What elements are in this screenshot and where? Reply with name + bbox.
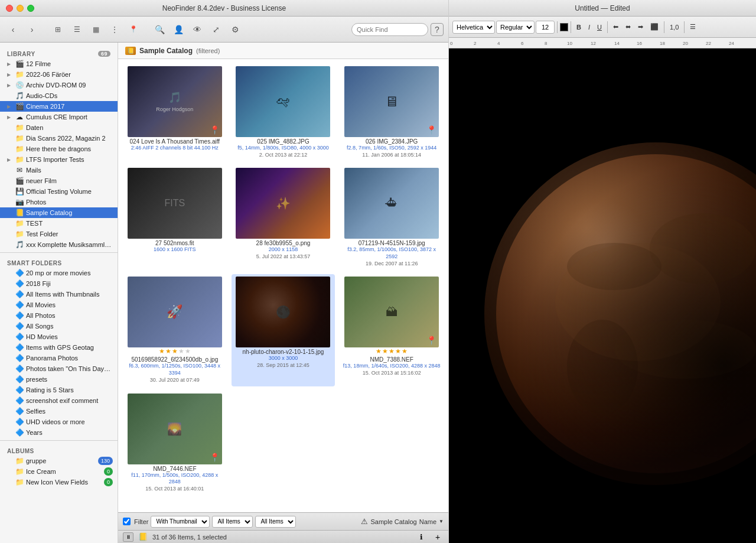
pause-button[interactable]: ⏸ bbox=[123, 532, 133, 542]
sidebar-item-screenshot-exif[interactable]: ▶ 🔷 screenshot exif comment bbox=[0, 395, 118, 406]
align-left-button[interactable]: ⬅ bbox=[610, 21, 621, 34]
smart-folder-icon: 🔷 bbox=[15, 343, 24, 352]
smart-folder-icon: 🔷 bbox=[15, 396, 24, 405]
fullscreen-button[interactable]: ⤢ bbox=[208, 22, 224, 37]
with-thumbnail-select[interactable]: With Thumbnail bbox=[151, 516, 210, 528]
sidebar-item-xxx-musik[interactable]: ▶ 🎵 xxx Komplette Musiksammlung bbox=[0, 239, 118, 250]
sidebar-item-2022-faroer[interactable]: ▶ 📁 2022-06 Färöer bbox=[0, 69, 118, 80]
sidebar-item-dragons[interactable]: ▶ 📁 Here there be dragons bbox=[0, 144, 118, 154]
sidebar-item-mails[interactable]: ▶ ✉ Mails bbox=[0, 165, 118, 175]
pin-icon-1: 📍 bbox=[210, 125, 220, 135]
eye-button[interactable]: 👁 bbox=[189, 22, 206, 37]
detail-view-button[interactable]: ▦ bbox=[87, 22, 104, 37]
sidebar-item-selfies[interactable]: ▶ 🔷 Selfies bbox=[0, 406, 118, 417]
sidebar-item-official-testing[interactable]: ▶ 💾 Official Testing Volume bbox=[0, 186, 118, 197]
editor-content[interactable] bbox=[449, 48, 756, 543]
add-button[interactable]: + bbox=[432, 532, 444, 542]
settings-button[interactable]: ⚙ bbox=[227, 22, 243, 37]
people-button[interactable]: 👤 bbox=[170, 22, 187, 37]
font-style-select[interactable]: Regular bbox=[496, 21, 535, 34]
sidebar-item-years[interactable]: ▶ 🔷 Years bbox=[0, 427, 118, 438]
sidebar-item-dia-scans[interactable]: ▶ 📁 Dia Scans 2022, Magazin 2 bbox=[0, 133, 118, 144]
sidebar-item-photos[interactable]: ▶ 📷 Photos bbox=[0, 197, 118, 207]
meta1-6: f3.2, 85mm, 1/1000s, ISO100, 3872 x 2592 bbox=[342, 246, 441, 260]
filter-checkbox[interactable] bbox=[123, 518, 131, 525]
map-view-button[interactable]: 📍 bbox=[125, 22, 142, 37]
sidebar-item-gruppe[interactable]: ▶ 📁 gruppe 130 bbox=[0, 456, 118, 466]
meta2-2: 2. Oct 2013 at 22:12 bbox=[259, 152, 308, 159]
catalog-name-bottom: Sample Catalog bbox=[370, 518, 416, 525]
color-swatch[interactable] bbox=[560, 23, 568, 31]
sort-arrow: ▼ bbox=[439, 519, 444, 524]
sidebar-item-rating-5-stars[interactable]: ▶ 🔷 Rating is 5 Stars bbox=[0, 385, 118, 395]
italic-button[interactable]: I bbox=[585, 21, 593, 34]
grid-item-5[interactable]: ✨ 28 fe30b9955_o.png 2000 x 1158 5. Jul … bbox=[232, 165, 335, 269]
smart-folder-icon: 🔷 bbox=[15, 407, 24, 415]
all-items-select-2[interactable]: All Items bbox=[255, 516, 296, 528]
align-right-button[interactable]: ➡ bbox=[635, 21, 646, 34]
forward-button[interactable]: › bbox=[24, 22, 40, 37]
smart-folder-icon: 🔷 bbox=[15, 386, 24, 394]
bold-button[interactable]: B bbox=[573, 21, 584, 34]
font-name-select[interactable]: Helvetica bbox=[452, 21, 495, 34]
column-view-button[interactable]: ⋮ bbox=[106, 22, 123, 37]
line-spacing-button[interactable]: 1,0 bbox=[667, 21, 682, 34]
sidebar-item-all-songs[interactable]: ▶ 🔷 All Songs bbox=[0, 321, 118, 331]
sidebar-item-cinema-2017[interactable]: ▶ 🎬 Cinema 2017 bbox=[0, 101, 118, 112]
back-button[interactable]: ‹ bbox=[5, 22, 21, 37]
sidebar-item-uhd-videos[interactable]: ▶ 🔷 UHD videos or more bbox=[0, 417, 118, 427]
sidebar-item-sample-catalog[interactable]: ▶ 📒 Sample Catalog bbox=[0, 207, 118, 218]
sidebar-item-20mp-movies[interactable]: ▶ 🔷 20 mp or more movies bbox=[0, 268, 118, 278]
maximize-button[interactable] bbox=[27, 5, 34, 12]
sidebar-item-all-movies[interactable]: ▶ 🔷 All Movies bbox=[0, 300, 118, 310]
sidebar-item-archiv-dvd[interactable]: ▶ 💿 Archiv DVD-ROM 09 bbox=[0, 80, 118, 90]
font-size-input[interactable] bbox=[536, 21, 555, 34]
sidebar-item-cumulus[interactable]: ▶ ☁ Cumulus CRE Import bbox=[0, 112, 118, 122]
sidebar-item-hd-movies[interactable]: ▶ 🔷 HD Movies bbox=[0, 331, 118, 342]
sidebar-item-panorama-photos[interactable]: ▶ 🔷 Panorama Photos bbox=[0, 353, 118, 363]
minimize-button[interactable] bbox=[17, 5, 24, 12]
breadcrumb-catalog-name: Sample Catalog bbox=[139, 47, 193, 55]
name-column-header[interactable]: Name ▼ bbox=[419, 518, 444, 525]
help-button[interactable]: ? bbox=[431, 23, 444, 36]
grid-item-7[interactable]: 🚀 ★★★★★ 50169858922_6f234500db_o.jpg f6.… bbox=[123, 274, 227, 386]
sidebar-item-2018-fiji[interactable]: ▶ 🔷 2018 Fiji bbox=[0, 278, 118, 289]
all-items-select-1[interactable]: All Items bbox=[212, 516, 253, 528]
sidebar-item-audio-cds[interactable]: ▶ 🎵 Audio-CDs bbox=[0, 90, 118, 101]
folder-icon: 📁 bbox=[15, 219, 24, 227]
sidebar-item-all-photos[interactable]: ▶ 🔷 All Photos bbox=[0, 310, 118, 321]
sidebar-item-neuer-film[interactable]: ▶ 🎬 neuer Film bbox=[0, 175, 118, 186]
list-view-button[interactable]: ☰ bbox=[69, 22, 85, 37]
align-center-button[interactable]: ⬌ bbox=[623, 21, 634, 34]
sidebar-item-new-icon-fields[interactable]: ▶ 📁 New Icon View Fields 0 bbox=[0, 477, 118, 487]
sidebar-item-daten[interactable]: ▶ 📁 Daten bbox=[0, 122, 118, 133]
info-button[interactable]: ℹ bbox=[415, 532, 427, 542]
grid-item-9[interactable]: 🏔 📍 ★★★★★ NMD_7388.NEF f13, 18mm, 1/640s… bbox=[340, 274, 444, 386]
quick-find-input[interactable] bbox=[351, 23, 428, 36]
underline-button[interactable]: U bbox=[594, 21, 605, 34]
sidebar-item-ice-cream[interactable]: ▶ 📁 Ice Cream 0 bbox=[0, 466, 118, 477]
list-button[interactable]: ☰ bbox=[687, 21, 699, 34]
sidebar-item-photos-otd[interactable]: ▶ 🔷 Photos taken "On This Day" (OTD) bbox=[0, 363, 118, 374]
mars-view bbox=[449, 48, 756, 543]
grid-view-button[interactable]: ⊞ bbox=[50, 22, 66, 37]
close-button[interactable] bbox=[6, 5, 13, 12]
sidebar-item-items-gps[interactable]: ▶ 🔷 Items with GPS Geotag bbox=[0, 342, 118, 353]
grid-item-3[interactable]: 🖥 📍 026 IMG_2384.JPG f2.8, 7mm, 1/60s, I… bbox=[340, 64, 444, 161]
grid-item-8[interactable]: 🌑 nh-pluto-charon-v2-10-1-15.jpg 3000 x … bbox=[232, 274, 335, 386]
sidebar-item-presets[interactable]: ▶ 🔷 presets bbox=[0, 374, 118, 385]
grid-item-4[interactable]: FITS 27 502nmos.fit 1600 x 1600 FITS bbox=[123, 165, 227, 269]
window-title: NeoFinder 8.4.2dev - Business License bbox=[162, 4, 286, 12]
grid-item-6[interactable]: ⛴ 071219-N-4515N-159.jpg f3.2, 85mm, 1/1… bbox=[340, 165, 444, 269]
grid-item-10[interactable]: 🌄 📍 NMD_7446.NEF f11, 170mm, 1/500s, ISO… bbox=[123, 391, 227, 495]
smart-folder-icon: 🔷 bbox=[15, 418, 24, 426]
justify-button[interactable]: ⬛ bbox=[647, 21, 662, 34]
sidebar-item-test-folder[interactable]: ▶ 📁 Test Folder bbox=[0, 229, 118, 239]
sidebar-item-test[interactable]: ▶ 📁 TEST bbox=[0, 218, 118, 229]
sidebar-item-ltfs-importer-tests[interactable]: ▶ 📁 LTFS Importer Tests bbox=[0, 154, 118, 165]
sidebar-item-12-filme[interactable]: ▶ 🎬 12 Filme bbox=[0, 58, 118, 69]
sidebar-item-all-items-thumbs[interactable]: ▶ 🔷 All Items with Thumbnails bbox=[0, 289, 118, 300]
grid-item-1[interactable]: 🎵 Roger Hodgson 📍 024 Love Is A Thousand… bbox=[123, 64, 227, 161]
grid-item-2[interactable]: 🛩 025 IMG_4882.JPG f5, 14mm, 1/800s, ISO… bbox=[232, 64, 335, 161]
search-button[interactable]: 🔍 bbox=[151, 22, 168, 37]
